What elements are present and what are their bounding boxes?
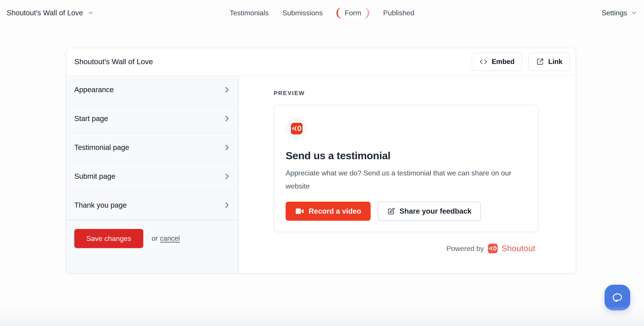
tab-testimonials[interactable]: Testimonials [230,9,269,17]
shoutout-logo-icon [290,122,303,135]
menu-item-label: Start page [74,114,108,123]
powered-by-row: Powered by Shoutout [274,243,538,254]
preview-description: Appreciate what we do? Send us a testimo… [286,167,526,193]
save-area: Save changes or cancel [66,219,238,273]
tab-form-active-ring: Form [336,7,370,19]
chevron-right-icon [223,143,231,151]
settings-menu[interactable]: Settings [602,9,637,17]
menu-item-submit-page[interactable]: Submit page [66,162,238,191]
menu-item-testimonial-page[interactable]: Testimonial page [66,133,238,162]
chevron-down-icon [631,10,637,16]
chevron-right-icon [223,86,231,94]
menu-item-thank-you-page[interactable]: Thank you page [66,191,238,220]
header-actions: Embed Link [472,53,570,71]
external-link-icon [536,58,544,66]
workspace-name: Shoutout's Wall of Love [7,9,83,17]
menu-item-appearance[interactable]: Appearance [66,76,238,104]
menu-item-start-page[interactable]: Start page [66,104,238,133]
card-body: Appearance Start page Testimonial page S… [66,76,576,273]
card-title: Shoutout's Wall of Love [74,57,153,66]
menu-item-label: Testimonial page [74,143,129,152]
workspace-switcher[interactable]: Shoutout's Wall of Love [7,9,94,17]
code-icon [479,58,488,66]
record-video-label: Record a video [309,207,361,215]
preview-buttons: Record a video Share your feedback [286,202,526,221]
tab-submissions[interactable]: Submissions [282,9,323,17]
cancel-link[interactable]: cancel [160,235,180,243]
video-camera-icon [295,207,304,216]
tab-published[interactable]: Published [383,9,414,17]
share-feedback-button[interactable]: Share your feedback [378,202,481,221]
save-changes-button[interactable]: Save changes [74,229,143,248]
record-video-button[interactable]: Record a video [286,202,370,221]
menu-item-label: Appearance [74,85,114,94]
share-feedback-label: Share your feedback [400,207,472,215]
help-chat-widget-button[interactable] [604,285,630,310]
preview-column: PREVIEW Send us a testimonial Appreciate… [239,76,576,273]
chat-bubble-icon [611,291,624,304]
form-settings-card: Shoutout's Wall of Love Embed Link Appea… [66,48,576,274]
form-preview-card: Send us a testimonial Appreciate what we… [274,105,538,232]
settings-label: Settings [602,9,627,17]
menu-item-label: Submit page [74,172,115,181]
shoutout-logo-icon [488,243,498,254]
chevron-down-icon [87,10,94,16]
powered-by-brand[interactable]: Shoutout [502,244,535,253]
preview-heading: Send us a testimonial [286,149,526,162]
or-cancel: or cancel [152,229,180,248]
card-header: Shoutout's Wall of Love Embed Link [66,48,576,76]
embed-button[interactable]: Embed [472,53,522,71]
brand-avatar [286,117,308,140]
chevron-right-icon [223,115,231,123]
or-text: or [152,235,158,243]
edit-pencil-icon [387,207,395,215]
preview-section-label: PREVIEW [274,90,538,97]
tab-form[interactable]: Form [338,7,368,19]
link-label: Link [548,58,562,66]
chevron-right-icon [223,201,231,209]
powered-by-text: Powered by [446,244,484,253]
chevron-right-icon [223,172,231,180]
embed-label: Embed [492,58,514,66]
nav-tabs: Testimonials Submissions Form Published [230,0,414,26]
top-nav: Shoutout's Wall of Love Testimonials Sub… [0,0,644,26]
link-button[interactable]: Link [528,53,570,71]
settings-sections-menu: Appearance Start page Testimonial page S… [66,76,239,273]
menu-item-label: Thank you page [74,201,127,209]
